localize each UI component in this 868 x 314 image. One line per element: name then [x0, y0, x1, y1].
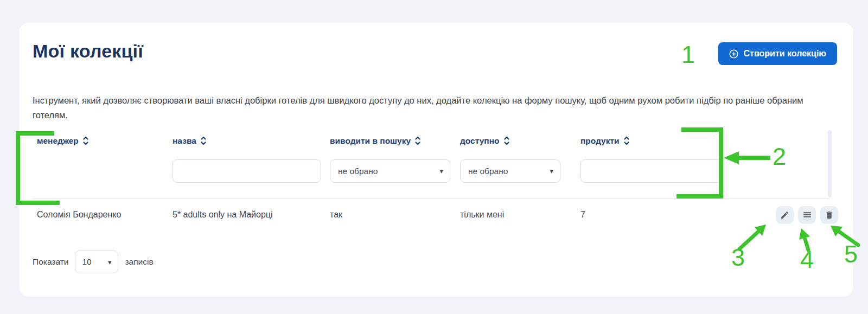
cell-available: тільки мені	[460, 210, 580, 220]
row-actions	[730, 206, 838, 224]
sort-chevrons-icon[interactable]	[82, 136, 89, 146]
filter-show-in-search-value: не обрано	[338, 166, 378, 176]
create-collection-button[interactable]: Створити колекцію	[718, 42, 838, 65]
collections-card: Мої колекції Створити колекцію Інструмен…	[19, 23, 853, 297]
cell-products: 7	[580, 210, 730, 220]
table-filter-row: не обрано ▾ не обрано ▾	[19, 159, 853, 183]
create-collection-label: Створити колекцію	[744, 49, 827, 59]
cell-name: 5* adults only на Майорці	[173, 210, 330, 220]
column-header-label: виводити в пошуку	[330, 136, 411, 146]
page-description: Інструмент, який дозволяє створювати ваш…	[33, 93, 809, 123]
cell-manager: Соломія Бондаренко	[37, 210, 173, 220]
sort-chevrons-icon[interactable]	[200, 136, 207, 146]
dropdown-caret-icon: ▾	[108, 259, 112, 266]
column-header-name[interactable]: назва	[173, 136, 330, 146]
page-title: Мої колекції	[33, 41, 143, 62]
list-lines-icon	[802, 210, 812, 220]
collection-list-button[interactable]	[798, 206, 816, 224]
show-label: Показати	[33, 257, 68, 267]
dropdown-caret-icon: ▾	[550, 168, 553, 175]
table-row: Соломія Бондаренко 5* adults only на Май…	[19, 202, 853, 227]
dropdown-caret-icon: ▾	[439, 168, 443, 175]
column-header-label: менеджер	[37, 136, 79, 146]
filter-products-input[interactable]	[580, 159, 722, 183]
table-header-row: менеджер назва виводити в пошуку	[19, 136, 853, 146]
page-size-control: Показати 10 ▾ записів	[33, 251, 154, 273]
delete-collection-button[interactable]	[820, 206, 838, 224]
sort-chevrons-icon[interactable]	[623, 136, 630, 146]
trash-icon	[825, 210, 834, 220]
sort-chevrons-icon[interactable]	[503, 136, 510, 146]
column-header-label: назва	[173, 136, 196, 146]
edit-collection-button[interactable]	[776, 206, 794, 224]
table-scrollbar[interactable]	[828, 130, 832, 197]
column-header-label: продукти	[580, 136, 620, 146]
records-label: записів	[125, 257, 153, 267]
column-header-manager[interactable]: менеджер	[37, 136, 173, 146]
filter-available-select[interactable]: не обрано ▾	[460, 159, 560, 183]
pencil-icon	[780, 210, 789, 220]
column-header-show-in-search[interactable]: виводити в пошуку	[330, 136, 460, 146]
filter-name-input[interactable]	[173, 159, 321, 183]
filter-show-in-search-select[interactable]: не обрано ▾	[330, 159, 450, 183]
page-size-select[interactable]: 10 ▾	[75, 251, 118, 273]
column-header-products[interactable]: продукти	[580, 136, 730, 146]
page-size-value: 10	[82, 257, 91, 267]
filter-available-value: не обрано	[468, 166, 508, 176]
sort-chevrons-icon[interactable]	[414, 136, 421, 146]
table-divider	[33, 198, 830, 199]
column-header-label: доступно	[460, 136, 500, 146]
plus-circle-icon	[729, 49, 738, 59]
column-header-available[interactable]: доступно	[460, 136, 580, 146]
cell-show-in-search: так	[330, 210, 460, 220]
